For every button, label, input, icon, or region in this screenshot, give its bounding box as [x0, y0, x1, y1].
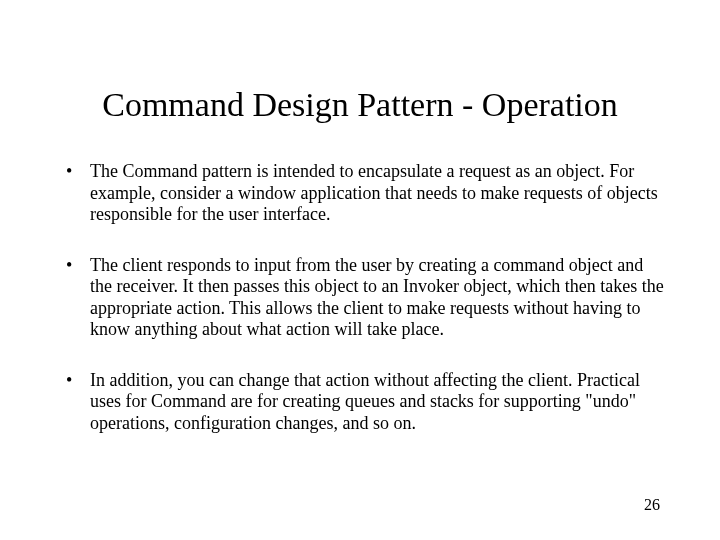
bullet-list: The Command pattern is intended to encap…: [56, 161, 664, 433]
bullet-item: The Command pattern is intended to encap…: [56, 161, 664, 225]
bullet-item: The client responds to input from the us…: [56, 255, 664, 340]
page-number: 26: [644, 496, 660, 514]
slide-body: The Command pattern is intended to encap…: [56, 161, 664, 433]
slide: Command Design Pattern - Operation The C…: [0, 0, 720, 540]
bullet-item: In addition, you can change that action …: [56, 370, 664, 434]
slide-title: Command Design Pattern - Operation: [56, 0, 664, 123]
